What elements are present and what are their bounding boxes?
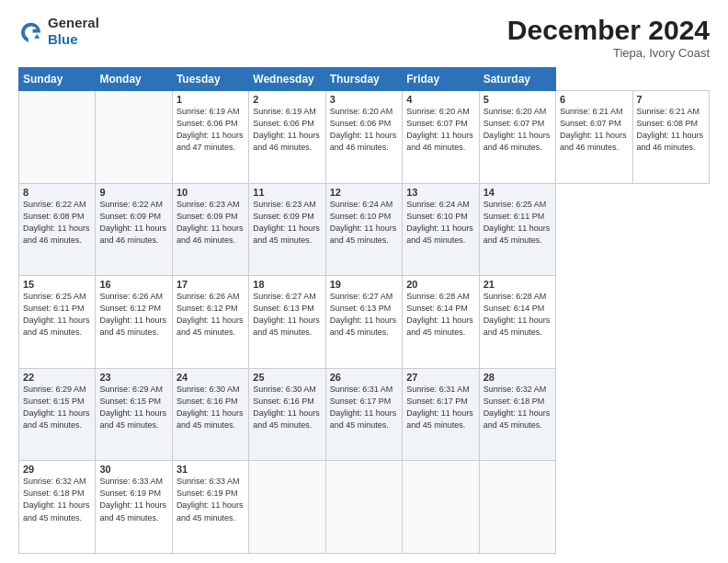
- day-number: 3: [330, 94, 398, 105]
- day-detail: Sunrise: 6:30 AMSunset: 6:16 PMDaylight:…: [253, 384, 321, 431]
- calendar-cell: 18Sunrise: 6:27 AMSunset: 6:13 PMDayligh…: [249, 276, 325, 369]
- calendar-cell: 5Sunrise: 6:20 AMSunset: 6:07 PMDaylight…: [479, 91, 555, 184]
- day-detail: Sunrise: 6:23 AMSunset: 6:09 PMDaylight:…: [253, 199, 321, 247]
- calendar-cell: 2Sunrise: 6:19 AMSunset: 6:06 PMDaylight…: [249, 91, 325, 184]
- day-detail: Sunrise: 6:32 AMSunset: 6:18 PMDaylight:…: [483, 384, 552, 431]
- calendar-cell: 13Sunrise: 6:24 AMSunset: 6:10 PMDayligh…: [403, 183, 479, 276]
- day-detail: Sunrise: 6:25 AMSunset: 6:11 PMDaylight:…: [23, 291, 91, 339]
- day-number: 4: [406, 94, 474, 105]
- calendar: SundayMondayTuesdayWednesdayThursdayFrid…: [18, 67, 710, 554]
- calendar-cell: 3Sunrise: 6:20 AMSunset: 6:06 PMDaylight…: [325, 91, 402, 184]
- day-detail: Sunrise: 6:33 AMSunset: 6:19 PMDaylight:…: [176, 476, 245, 523]
- logo-general: General: [48, 15, 99, 30]
- day-detail: Sunrise: 6:28 AMSunset: 6:14 PMDaylight:…: [483, 291, 552, 339]
- calendar-cell: 26Sunrise: 6:31 AMSunset: 6:17 PMDayligh…: [325, 368, 402, 461]
- calendar-cell: 17Sunrise: 6:26 AMSunset: 6:12 PMDayligh…: [172, 276, 248, 369]
- calendar-cell: 4Sunrise: 6:20 AMSunset: 6:07 PMDaylight…: [403, 91, 479, 184]
- week-row-4: 29Sunrise: 6:32 AMSunset: 6:18 PMDayligh…: [19, 461, 710, 554]
- day-number: 12: [330, 187, 398, 198]
- calendar-cell: [325, 461, 402, 554]
- day-number: 27: [406, 372, 474, 383]
- day-number: 9: [99, 187, 167, 198]
- day-number: 7: [637, 94, 706, 105]
- day-number: 30: [99, 464, 167, 475]
- day-detail: Sunrise: 6:30 AMSunset: 6:16 PMDaylight:…: [176, 384, 245, 431]
- day-number: 8: [23, 187, 91, 198]
- calendar-cell: 12Sunrise: 6:24 AMSunset: 6:10 PMDayligh…: [325, 183, 402, 276]
- calendar-cell: [479, 461, 555, 554]
- day-number: 24: [176, 372, 245, 383]
- calendar-cell: 1Sunrise: 6:19 AMSunset: 6:06 PMDaylight…: [172, 91, 248, 184]
- logo-blue: Blue: [48, 31, 78, 47]
- header: General Blue December 2024 Tiepa, Ivory …: [18, 15, 710, 60]
- day-detail: Sunrise: 6:23 AMSunset: 6:09 PMDaylight:…: [176, 199, 245, 247]
- day-detail: Sunrise: 6:19 AMSunset: 6:06 PMDaylight:…: [176, 106, 245, 154]
- calendar-cell-empty: [96, 91, 172, 184]
- col-header-tuesday: Tuesday: [172, 68, 248, 91]
- col-header-thursday: Thursday: [325, 68, 402, 91]
- calendar-cell: 10Sunrise: 6:23 AMSunset: 6:09 PMDayligh…: [172, 183, 248, 276]
- calendar-cell: 6Sunrise: 6:21 AMSunset: 6:07 PMDaylight…: [556, 91, 632, 184]
- day-number: 20: [406, 279, 474, 290]
- calendar-cell: 30Sunrise: 6:33 AMSunset: 6:19 PMDayligh…: [96, 461, 172, 554]
- calendar-cell: 14Sunrise: 6:25 AMSunset: 6:11 PMDayligh…: [479, 183, 555, 276]
- calendar-cell: 27Sunrise: 6:31 AMSunset: 6:17 PMDayligh…: [403, 368, 479, 461]
- calendar-cell: [249, 461, 325, 554]
- day-number: 19: [330, 279, 398, 290]
- day-number: 6: [560, 94, 628, 105]
- day-detail: Sunrise: 6:22 AMSunset: 6:08 PMDaylight:…: [23, 199, 91, 247]
- calendar-cell: 9Sunrise: 6:22 AMSunset: 6:09 PMDaylight…: [96, 183, 172, 276]
- title-location: Tiepa, Ivory Coast: [507, 46, 710, 60]
- calendar-cell: 7Sunrise: 6:21 AMSunset: 6:08 PMDaylight…: [632, 91, 710, 184]
- day-number: 28: [483, 372, 552, 383]
- day-detail: Sunrise: 6:28 AMSunset: 6:14 PMDaylight:…: [406, 291, 474, 339]
- page: General Blue December 2024 Tiepa, Ivory …: [0, 0, 728, 563]
- day-number: 21: [483, 279, 552, 290]
- title-block: December 2024 Tiepa, Ivory Coast: [507, 15, 710, 60]
- day-number: 10: [176, 187, 245, 198]
- day-number: 14: [483, 187, 552, 198]
- day-number: 16: [99, 279, 167, 290]
- day-number: 23: [99, 372, 167, 383]
- day-number: 25: [253, 372, 321, 383]
- day-detail: Sunrise: 6:20 AMSunset: 6:07 PMDaylight:…: [483, 106, 552, 154]
- title-month: December 2024: [507, 15, 710, 46]
- calendar-cell: 31Sunrise: 6:33 AMSunset: 6:19 PMDayligh…: [172, 461, 248, 554]
- calendar-cell: 20Sunrise: 6:28 AMSunset: 6:14 PMDayligh…: [403, 276, 479, 369]
- calendar-cell: 16Sunrise: 6:26 AMSunset: 6:12 PMDayligh…: [96, 276, 172, 369]
- col-header-sunday: Sunday: [19, 68, 96, 91]
- calendar-cell: 22Sunrise: 6:29 AMSunset: 6:15 PMDayligh…: [19, 368, 96, 461]
- calendar-cell: 28Sunrise: 6:32 AMSunset: 6:18 PMDayligh…: [479, 368, 555, 461]
- col-header-monday: Monday: [96, 68, 172, 91]
- day-detail: Sunrise: 6:24 AMSunset: 6:10 PMDaylight:…: [406, 199, 474, 247]
- week-row-0: 1Sunrise: 6:19 AMSunset: 6:06 PMDaylight…: [19, 91, 710, 184]
- day-number: 17: [176, 279, 245, 290]
- day-detail: Sunrise: 6:33 AMSunset: 6:19 PMDaylight:…: [99, 476, 167, 523]
- day-number: 13: [406, 187, 474, 198]
- day-detail: Sunrise: 6:21 AMSunset: 6:08 PMDaylight:…: [637, 106, 706, 154]
- week-row-1: 8Sunrise: 6:22 AMSunset: 6:08 PMDaylight…: [19, 183, 710, 276]
- day-detail: Sunrise: 6:19 AMSunset: 6:06 PMDaylight:…: [253, 106, 321, 154]
- day-detail: Sunrise: 6:21 AMSunset: 6:07 PMDaylight:…: [560, 106, 628, 154]
- week-row-3: 22Sunrise: 6:29 AMSunset: 6:15 PMDayligh…: [19, 368, 710, 461]
- logo-text: General Blue: [48, 15, 99, 48]
- logo-icon: [18, 18, 44, 44]
- calendar-cell: 15Sunrise: 6:25 AMSunset: 6:11 PMDayligh…: [19, 276, 96, 369]
- week-row-2: 15Sunrise: 6:25 AMSunset: 6:11 PMDayligh…: [19, 276, 710, 369]
- day-detail: Sunrise: 6:31 AMSunset: 6:17 PMDaylight:…: [406, 384, 474, 431]
- day-detail: Sunrise: 6:20 AMSunset: 6:07 PMDaylight:…: [406, 106, 474, 154]
- calendar-cell: 23Sunrise: 6:29 AMSunset: 6:15 PMDayligh…: [96, 368, 172, 461]
- calendar-cell: 24Sunrise: 6:30 AMSunset: 6:16 PMDayligh…: [172, 368, 248, 461]
- day-detail: Sunrise: 6:24 AMSunset: 6:10 PMDaylight:…: [330, 199, 398, 247]
- day-number: 26: [330, 372, 398, 383]
- calendar-cell: [403, 461, 479, 554]
- day-detail: Sunrise: 6:27 AMSunset: 6:13 PMDaylight:…: [253, 291, 321, 339]
- day-number: 15: [23, 279, 91, 290]
- day-detail: Sunrise: 6:27 AMSunset: 6:13 PMDaylight:…: [330, 291, 398, 339]
- day-number: 31: [176, 464, 245, 475]
- calendar-cell: 25Sunrise: 6:30 AMSunset: 6:16 PMDayligh…: [249, 368, 325, 461]
- calendar-cell: 8Sunrise: 6:22 AMSunset: 6:08 PMDaylight…: [19, 183, 96, 276]
- day-number: 18: [253, 279, 321, 290]
- day-detail: Sunrise: 6:26 AMSunset: 6:12 PMDaylight:…: [176, 291, 245, 339]
- day-detail: Sunrise: 6:26 AMSunset: 6:12 PMDaylight:…: [99, 291, 167, 339]
